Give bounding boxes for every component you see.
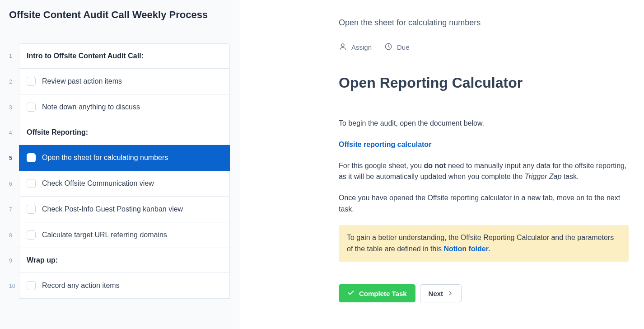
content-heading: Open Reporting Calculator — [339, 75, 629, 91]
task-item[interactable]: Check Post-Info Guest Posting kanban vie… — [19, 197, 230, 222]
step-number: 3 — [9, 94, 19, 120]
task-checkbox[interactable] — [27, 281, 36, 290]
step-row: 9Wrap up: — [9, 248, 230, 273]
step-row: 4Offsite Reporting: — [9, 120, 230, 145]
complete-task-button[interactable]: Complete Task — [339, 284, 415, 302]
due-label: Due — [397, 43, 410, 51]
step-row: 2Review past action items — [9, 69, 230, 94]
callout-note: To gain a better understanding, the Offs… — [339, 225, 629, 262]
assign-button[interactable]: Assign — [339, 42, 372, 52]
next-label: Next — [429, 290, 443, 297]
section-header: Wrap up: — [19, 248, 230, 273]
sidebar: Offsite Content Audit Call Weekly Proces… — [0, 0, 239, 329]
step-number: 2 — [9, 69, 19, 94]
step-row: 1Intro to Offsite Content Audit Call: — [9, 43, 230, 69]
step-number: 4 — [9, 120, 19, 145]
step-number: 8 — [9, 222, 19, 248]
step-number: 10 — [9, 273, 19, 299]
task-item[interactable]: Calculate target URL referring domains — [19, 222, 230, 248]
user-icon — [339, 42, 347, 52]
step-label: Open the sheet for calculating numbers — [42, 154, 168, 162]
due-button[interactable]: Due — [384, 42, 410, 52]
step-label: Review past action items — [42, 77, 122, 85]
step-row: 5Open the sheet for calculating numbers — [9, 145, 230, 171]
task-item[interactable]: Note down anything to discuss — [19, 94, 230, 120]
divider — [339, 105, 629, 105]
notion-link[interactable]: Notion folder. — [443, 245, 490, 253]
step-number: 6 — [9, 171, 19, 197]
step-label: Check Post-Info Guest Posting kanban vie… — [42, 205, 183, 213]
next-button[interactable]: Next — [420, 284, 462, 302]
step-label: Record any action items — [42, 282, 120, 290]
section-header: Intro to Offsite Content Audit Call: — [19, 43, 230, 69]
task-item[interactable]: Record any action items — [19, 273, 230, 299]
paragraph-next: Once you have opened the Offsite reporti… — [339, 193, 629, 215]
step-label: Note down anything to discuss — [42, 103, 140, 111]
step-number: 9 — [9, 248, 19, 273]
intro-text: To begin the audit, open the document be… — [339, 118, 629, 129]
step-row: 7Check Post-Info Guest Posting kanban vi… — [9, 197, 230, 222]
step-label: Calculate target URL referring domains — [42, 231, 167, 239]
steps-list: 1Intro to Offsite Content Audit Call:2Re… — [9, 43, 230, 299]
chevron-right-icon — [448, 290, 453, 297]
assign-label: Assign — [351, 43, 372, 51]
paragraph-instructions: For this google sheet, you do not need t… — [339, 160, 629, 183]
step-label: Offsite Reporting: — [27, 128, 88, 136]
app-root: Offsite Content Audit Call Weekly Proces… — [0, 0, 644, 329]
check-icon — [347, 289, 355, 298]
task-checkbox[interactable] — [27, 153, 36, 162]
step-label: Intro to Offsite Content Audit Call: — [27, 52, 144, 60]
step-row: 10Record any action items — [9, 273, 230, 299]
task-checkbox[interactable] — [27, 103, 36, 112]
task-checkbox[interactable] — [27, 77, 36, 86]
main-inner: Open the sheet for calculating numbers A… — [339, 18, 629, 302]
task-item[interactable]: Open the sheet for calculating numbers — [19, 145, 230, 171]
sidebar-title: Offsite Content Audit Call Weekly Proces… — [9, 9, 230, 21]
step-label: Check Offsite Communication view — [42, 179, 154, 188]
step-row: 6Check Offsite Communication view — [9, 171, 230, 197]
task-subtitle: Open the sheet for calculating numbers — [339, 18, 629, 28]
step-row: 8Calculate target URL referring domains — [9, 222, 230, 248]
task-item[interactable]: Review past action items — [19, 69, 230, 94]
step-number: 7 — [9, 197, 19, 222]
step-number: 1 — [9, 43, 19, 69]
task-item[interactable]: Check Offsite Communication view — [19, 171, 230, 197]
step-row: 3Note down anything to discuss — [9, 94, 230, 120]
section-header: Offsite Reporting: — [19, 120, 230, 145]
step-number: 5 — [9, 145, 19, 171]
content-body: To begin the audit, open the document be… — [339, 118, 629, 302]
task-checkbox[interactable] — [27, 179, 36, 188]
divider — [339, 36, 629, 36]
task-checkbox[interactable] — [27, 205, 36, 214]
meta-row: Assign Due — [339, 42, 629, 52]
task-checkbox[interactable] — [27, 230, 36, 240]
step-label: Wrap up: — [27, 256, 58, 264]
clock-icon — [384, 42, 392, 52]
main-panel: Open the sheet for calculating numbers A… — [239, 0, 644, 329]
calculator-link[interactable]: Offsite reporting calculator — [339, 141, 431, 148]
svg-point-0 — [341, 44, 344, 47]
complete-label: Complete Task — [359, 290, 407, 297]
action-row: Complete Task Next — [339, 284, 629, 302]
